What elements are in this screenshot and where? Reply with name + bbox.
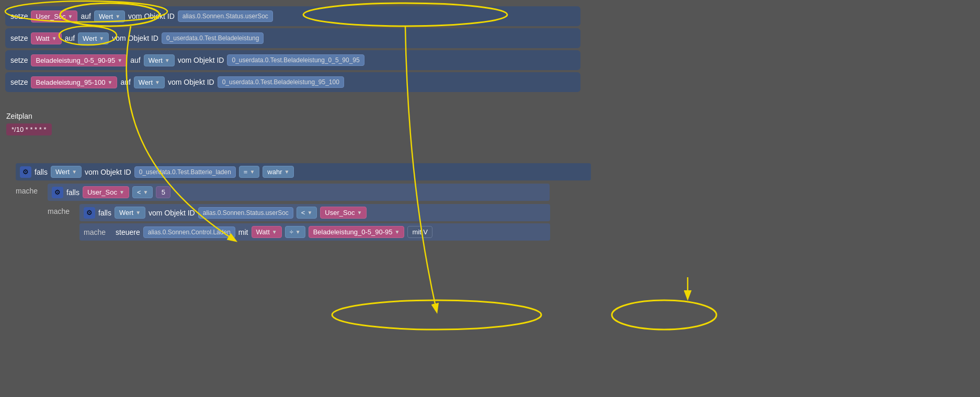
beladeleistung-95-chip[interactable]: Beladeleistung_95-100 ▼ (31, 76, 117, 88)
falls-outer-row: ⚙ falls Wert ▼ vom Objekt ID 0_userdata.… (16, 163, 591, 180)
svg-point-2 (332, 300, 541, 330)
mache-falls-container-1: mache ⚙ falls User_Soc ▼ < ▼ 5 (16, 183, 957, 242)
svg-point-3 (612, 300, 716, 330)
equals-chip[interactable]: = ▼ (239, 166, 260, 178)
mache-falls-container-2: mache ⚙ falls Wert ▼ vom Objekt ID alias… (48, 203, 957, 242)
top-section: setze User_Soc ▼ auf Wert ▼ vom Objekt I… (5, 5, 580, 94)
setze-label-1: setze (10, 12, 28, 20)
watt-bottom-chip[interactable]: Watt ▼ (252, 226, 282, 238)
wert-chip-1[interactable]: Wert ▼ (94, 10, 125, 22)
setze-label-4: setze (10, 78, 28, 86)
vom-obj-label-falls2: vom Objekt ID (149, 209, 195, 217)
setze-label-2: setze (10, 34, 28, 42)
falls-label-inner-1: falls (66, 188, 79, 197)
mache-label-3: mache (84, 228, 112, 236)
vom-label-3: vom Objekt ID (178, 56, 224, 64)
setze-label-3: setze (10, 56, 28, 64)
gear-icon-2[interactable]: ⚙ (52, 187, 63, 198)
vom-obj-label-falls: vom Objekt ID (85, 168, 131, 176)
dropdown-arrow-w4: ▼ (155, 80, 160, 85)
mache-label-1: mache (16, 183, 44, 195)
wert-chip-2[interactable]: Wert ▼ (78, 32, 109, 44)
main-container: setze User_Soc ▼ auf Wert ▼ vom Objekt I… (0, 0, 980, 397)
nested-falls-2: ⚙ falls Wert ▼ vom Objekt ID alias.0.Son… (79, 203, 957, 242)
steuere-label: steuere (116, 228, 140, 236)
setze-row-4: setze Beladeleistung_95-100 ▼ auf Wert ▼… (5, 72, 580, 92)
bottom-section: ⚙ falls Wert ▼ vom Objekt ID 0_userdata.… (16, 162, 957, 242)
beladeleistung-id-chip[interactable]: 0_userdata.0.Test.Beladeleistung (162, 32, 264, 44)
wert-falls-chip[interactable]: Wert ▼ (51, 166, 82, 178)
falls-inner-row-2: ⚙ falls Wert ▼ vom Objekt ID alias.0.Son… (79, 204, 550, 221)
gear-icon-3[interactable]: ⚙ (84, 207, 95, 219)
dropdown-arrow-w1: ▼ (115, 14, 120, 19)
control-id-chip[interactable]: alias.0.Sonnen.Control.Laden (143, 226, 235, 238)
dropdown-arrow-w3: ▼ (165, 58, 170, 63)
falls-label-inner-2: falls (98, 209, 111, 217)
dropdown-arrow-1: ▼ (68, 14, 73, 19)
gear-icon-1[interactable]: ⚙ (20, 166, 31, 178)
auf-label-1: auf (81, 12, 90, 20)
five-chip[interactable]: 5 (156, 186, 170, 198)
vom-label-2: vom Objekt ID (112, 34, 158, 42)
mit-v-chip: mit V (407, 226, 432, 238)
user-soc-chip-bottom[interactable]: User_Soc ▼ (320, 207, 367, 219)
zeitplan-value[interactable]: */10 * * * * * (6, 123, 52, 135)
vom-label-1: vom Objekt ID (128, 12, 175, 20)
wert-chip-4[interactable]: Wert ▼ (134, 76, 165, 88)
wert-chip-3[interactable]: Wert ▼ (144, 54, 175, 66)
mit-label: mit (238, 228, 248, 236)
dropdown-arrow-watt: ▼ (52, 36, 57, 41)
auf-label-3: auf (130, 56, 140, 64)
auf-label-2: auf (65, 34, 75, 42)
wert-chip-falls2[interactable]: Wert ▼ (115, 207, 145, 219)
wahr-chip[interactable]: wahr ▼ (263, 166, 294, 178)
beladeleistung-0-5-chip[interactable]: Beladeleistung_0-5_90-95 ▼ (31, 54, 127, 66)
beladeleistung-0-5-id-chip[interactable]: 0_userdata.0.Test.Beladeleistung_0_5_90_… (227, 54, 364, 66)
div-chip[interactable]: ÷ ▼ (285, 226, 305, 238)
steuere-row: mache steuere alias.0.Sonnen.Control.Lad… (79, 223, 550, 241)
falls-inner-row-1: ⚙ falls User_Soc ▼ < ▼ 5 (48, 184, 550, 201)
nested-falls-1: ⚙ falls User_Soc ▼ < ▼ 5 m (48, 183, 957, 242)
user-soc-chip-1[interactable]: User_Soc ▼ (31, 10, 77, 22)
lt-chip[interactable]: < ▼ (132, 186, 153, 198)
setze-row-1: setze User_Soc ▼ auf Wert ▼ vom Objekt I… (5, 6, 580, 26)
mache-label-2: mache (48, 203, 76, 215)
dropdown-arrow-bela1: ▼ (117, 58, 122, 63)
auf-label-4: auf (120, 78, 130, 86)
falls-label-outer: falls (35, 168, 48, 176)
vom-label-4: vom Objekt ID (168, 78, 214, 86)
watt-chip[interactable]: Watt ▼ (31, 32, 61, 44)
zeitplan-section: Zeitplan */10 * * * * * (2, 110, 56, 137)
dropdown-arrow-w2: ▼ (99, 36, 104, 41)
lt2-chip[interactable]: < ▼ (297, 207, 317, 219)
user-soc-chip-inner[interactable]: User_Soc ▼ (83, 186, 129, 198)
alias-id-chip-bottom[interactable]: alias.0.Sonnen.Status.userSoc (198, 207, 293, 219)
setze-row-3: setze Beladeleistung_0-5_90-95 ▼ auf Wer… (5, 50, 580, 70)
setze-row-2: setze Watt ▼ auf Wert ▼ vom Objekt ID 0_… (5, 28, 580, 48)
batterie-id-chip[interactable]: 0_userdata.0.Test.Batterie_laden (134, 166, 236, 178)
zeitplan-label: Zeitplan (2, 110, 56, 122)
dropdown-arrow-bela2: ▼ (107, 80, 112, 85)
beladeleistung-bottom-chip[interactable]: Beladeleistung_0-5_90-95 ▼ (309, 226, 405, 238)
beladeleistung-95-id-chip[interactable]: 0_userdata.0.Test.Beladeleistung_95_100 (218, 76, 344, 88)
alias-id-chip-1[interactable]: alias.0.Sonnen.Status.userSoc (178, 10, 273, 22)
